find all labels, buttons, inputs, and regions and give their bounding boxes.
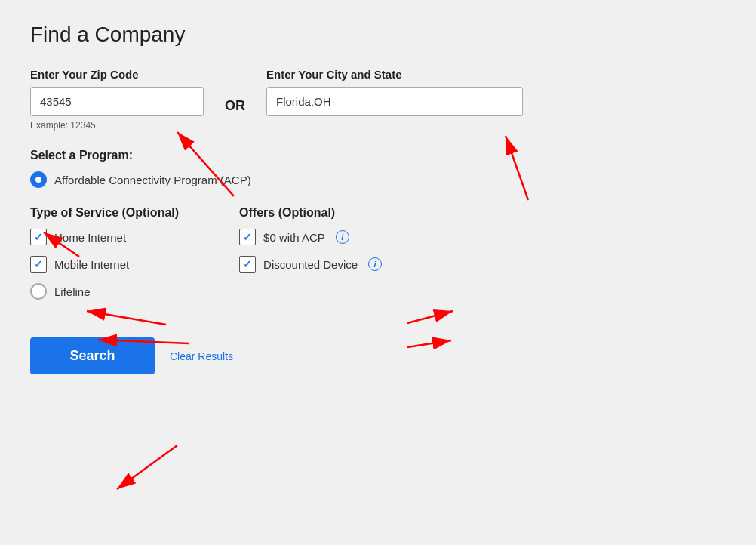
zip-label: Enter Your Zip Code [30,68,204,81]
acp-radio-option[interactable]: Affordable Connectivity Program (ACP) [30,171,726,188]
search-button[interactable]: Search [30,337,155,374]
clear-results-link[interactable]: Clear Results [170,350,233,362]
service-section-header: Type of Service (Optional) [30,206,179,220]
zero-acp-info-icon[interactable]: i [336,230,349,244]
city-label: Enter Your City and State [266,68,523,81]
mobile-internet-check: ✓ [34,258,43,270]
discounted-device-check: ✓ [243,258,252,270]
discounted-device-label: Discounted Device [263,258,358,271]
lifeline-label: Lifeline [54,285,91,298]
discounted-device-checkbox[interactable]: ✓ [239,256,256,272]
mobile-internet-option[interactable]: ✓ Mobile Internet [30,256,179,272]
zero-acp-label: $0 with ACP [263,231,325,244]
or-separator: OR [225,68,245,114]
svg-line-8 [117,445,177,489]
mobile-internet-label: Mobile Internet [54,258,129,271]
home-internet-check: ✓ [34,231,43,243]
mobile-internet-checkbox[interactable]: ✓ [30,256,47,272]
discounted-device-info-icon[interactable]: i [368,257,382,271]
zero-acp-check: ✓ [243,231,252,243]
zip-example: Example: 12345 [30,120,204,131]
home-internet-option[interactable]: ✓ Home Internet [30,229,179,245]
lifeline-option[interactable]: Lifeline [30,283,179,300]
zero-acp-option[interactable]: ✓ $0 with ACP i [239,229,382,245]
page-title: Find a Company [30,23,726,47]
home-internet-label: Home Internet [54,231,126,244]
acp-radio-label: Affordable Connectivity Program (ACP) [54,174,251,186]
program-section-header: Select a Program: [30,149,726,162]
city-input[interactable] [266,87,523,116]
home-internet-checkbox[interactable]: ✓ [30,229,47,245]
zip-input[interactable] [30,87,204,116]
radio-inner [35,177,41,183]
zero-acp-checkbox[interactable]: ✓ [239,229,256,245]
offers-section-header: Offers (Optional) [239,206,382,220]
acp-radio-button[interactable] [30,171,47,188]
discounted-device-option[interactable]: ✓ Discounted Device i [239,256,382,272]
lifeline-radio[interactable] [30,283,47,300]
